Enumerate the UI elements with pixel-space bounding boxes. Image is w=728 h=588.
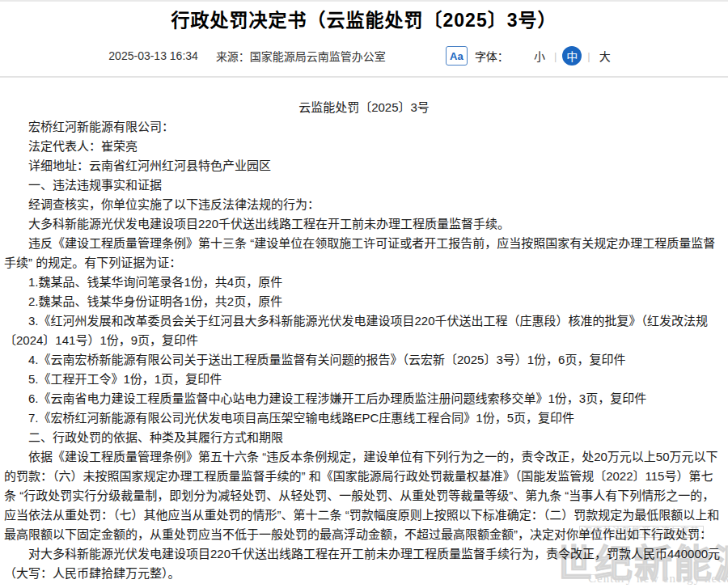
article-header: 行政处罚决定书（云监能处罚〔2025〕3号） 2025-03-13 16:34 …: [0, 2, 728, 78]
para-finding-intro: 经调查核实，你单位实施了以下违反法律法规的行为：: [4, 195, 724, 214]
source-label: 来源：国家能源局云南监管办公室: [216, 48, 386, 64]
doc-number: 云监能处罚〔2025〕3号: [4, 98, 724, 117]
legal-representative: 法定代表人：崔荣亮: [4, 137, 724, 156]
para-regulation-basis: 违反《建设工程质量管理条例》第十三条 “建设单位在领取施工许可证或者开工报告前，…: [4, 234, 724, 273]
section-heading-2: 二、行政处罚的依据、种类及其履行方式和期限: [4, 428, 724, 447]
evidence-item-6: 6.《云南省电力建设工程质量监督中心站电力建设工程涉嫌开工后办理质监注册问题线索…: [4, 389, 724, 408]
separator: |: [587, 50, 590, 62]
font-size-icon[interactable]: Aa: [446, 46, 468, 66]
evidence-item-7: 7.《宏桥红河新能源有限公司光伏发电项目高压架空输电线路EPC庄惠线工程合同》1…: [4, 408, 724, 428]
document-body: 云监能处罚〔2025〕3号 宏桥红河新能源有限公司： 法定代表人：崔荣亮 详细地…: [0, 78, 728, 583]
separator: |: [554, 50, 557, 62]
evidence-item-1: 1.魏某品、钱某华询问笔录各1份，共4页，原件: [4, 273, 724, 292]
evidence-item-3: 3.《红河州发展和改革委员会关于红河县大多科新能源光伏发电建设项目220千伏送出…: [4, 311, 724, 350]
page-title: 行政处罚决定书（云监能处罚〔2025〕3号）: [0, 7, 728, 33]
evidence-item-5: 5.《工程开工令》1份，1页，复印件: [4, 370, 724, 389]
font-size-small-button[interactable]: 小: [534, 48, 545, 64]
section-heading-1: 一、违法违规事实和证据: [4, 176, 724, 195]
article-meta-bar: 2025-03-13 16:34 来源：国家能源局云南监管办公室 Aa 字体： …: [0, 45, 728, 66]
publish-date: 2025-03-13 16:34: [108, 49, 198, 62]
address: 详细地址：云南省红河州红河县特色产业园区: [4, 156, 724, 176]
evidence-item-2: 2.魏某品、钱某华身份证明各1份，共2页，原件: [4, 292, 724, 311]
font-size-medium-button[interactable]: 中: [562, 46, 582, 66]
para-penalty-decision: 对大多科新能源光伏发电建设项目220千伏送出线路工程在开工前未办理工程质量监督手…: [4, 544, 724, 583]
font-size-large-button[interactable]: 大: [599, 48, 611, 64]
font-size-label: 字体：: [475, 48, 509, 64]
font-size-widget: Aa 字体： 小 | 中 | 大: [446, 46, 620, 66]
evidence-item-4: 4.《云南宏桥新能源有限公司关于送出工程质量监督有关问题的报告》（云宏新〔202…: [4, 350, 724, 370]
article-page: 行政处罚决定书（云监能处罚〔2025〕3号） 2025-03-13 16:34 …: [0, 0, 728, 588]
para-violation-fact: 大多科新能源光伏发电建设项目220千伏送出线路工程在开工前未办理工程质量监督手续…: [4, 214, 724, 234]
addressee: 宏桥红河新能源有限公司：: [4, 117, 724, 137]
para-penalty-basis: 依据《建设工程质量管理条例》第五十六条 “违反本条例规定，建设单位有下列行为之一…: [4, 447, 724, 544]
